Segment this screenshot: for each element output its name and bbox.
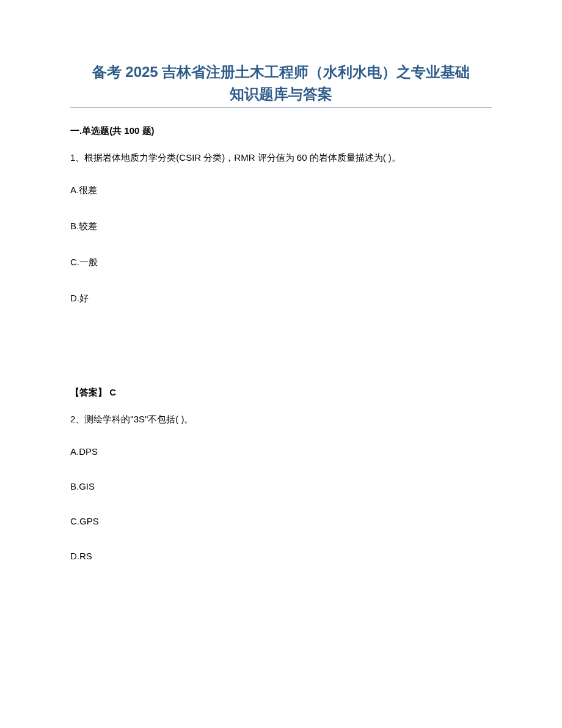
section-heading: 一.单选题(共 100 题) xyxy=(70,125,492,137)
question-2-option-a: A.DPS xyxy=(70,446,492,457)
question-1-option-c: C.一般 xyxy=(70,257,492,268)
question-1-option-b: B.较差 xyxy=(70,221,492,232)
question-2-option-c: C.GPS xyxy=(70,516,492,526)
spacing-gap xyxy=(70,329,492,387)
question-2-option-d: D.RS xyxy=(70,551,492,561)
question-1-answer: 【答案】 C xyxy=(70,387,492,399)
document-title-line1: 备考 2025 吉林省注册土木工程师（水利水电）之专业基础 xyxy=(70,61,492,83)
question-1-text: 1、根据岩体地质力学分类(CSIR 分类)，RMR 评分值为 60 的岩体质量描… xyxy=(70,150,492,165)
question-1-option-a: A.很差 xyxy=(70,185,492,196)
question-1-option-d: D.好 xyxy=(70,293,492,304)
document-title-line2: 知识题库与答案 xyxy=(70,83,492,105)
document-title-container: 备考 2025 吉林省注册土木工程师（水利水电）之专业基础 知识题库与答案 xyxy=(70,61,492,108)
question-2-text: 2、测绘学科的"3S"不包括( )。 xyxy=(70,412,492,427)
question-2-option-b: B.GIS xyxy=(70,481,492,491)
